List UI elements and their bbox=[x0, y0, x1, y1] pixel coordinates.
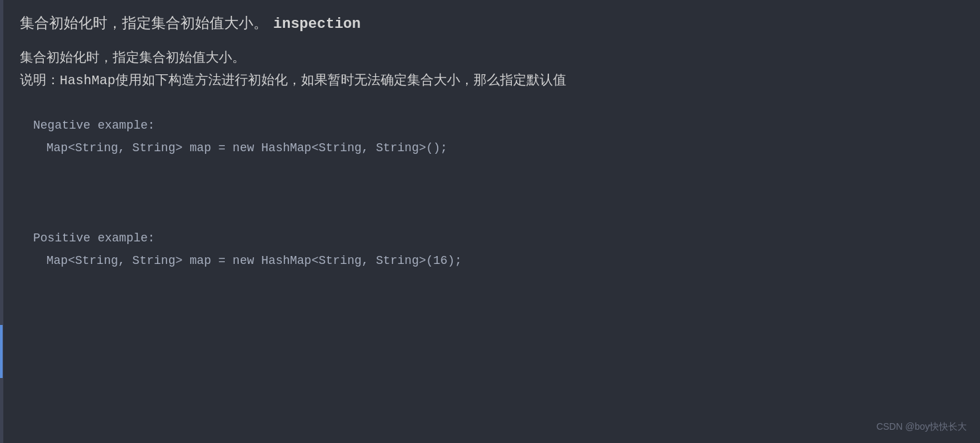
description-block: 集合初始化时，指定集合初始值大小。 说明：HashMap使用如下构造方法进行初始… bbox=[20, 47, 960, 92]
negative-example-code: Map<String, String> map = new HashMap<St… bbox=[33, 137, 947, 158]
main-container: 集合初始化时，指定集合初始值大小。 inspection 集合初始化时，指定集合… bbox=[0, 0, 980, 443]
negative-example-block: Negative example: Map<String, String> ma… bbox=[20, 112, 960, 165]
description-line1: 集合初始化时，指定集合初始值大小。 bbox=[20, 47, 960, 70]
watermark: CSDN @boy快快长大 bbox=[877, 421, 967, 433]
positive-example-block: Positive example: Map<String, String> ma… bbox=[20, 225, 960, 278]
content-area: 集合初始化时，指定集合初始值大小。 inspection 集合初始化时，指定集合… bbox=[13, 13, 960, 279]
header-bold-text: inspection bbox=[273, 13, 361, 35]
positive-example-code: Map<String, String> map = new HashMap<St… bbox=[33, 250, 947, 271]
description-line2: 说明：HashMap使用如下构造方法进行初始化，如果暂时无法确定集合大小，那么指… bbox=[20, 70, 960, 92]
negative-example-label: Negative example: bbox=[33, 119, 947, 132]
positive-example-label: Positive example: bbox=[33, 231, 947, 245]
header-normal-text: 集合初始化时，指定集合初始值大小。 bbox=[20, 13, 268, 35]
header-line: 集合初始化时，指定集合初始值大小。 inspection bbox=[20, 13, 960, 35]
spacer bbox=[20, 185, 960, 212]
